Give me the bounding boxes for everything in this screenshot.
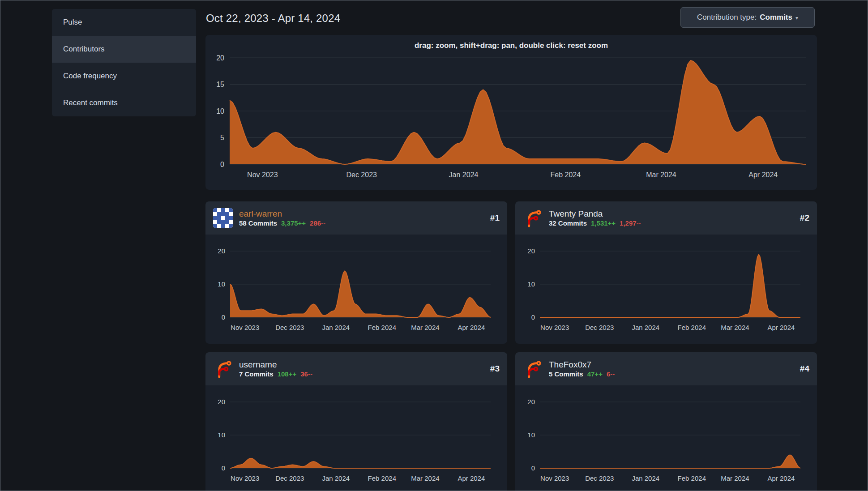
svg-text:Jan 2024: Jan 2024 — [449, 171, 479, 179]
additions-count: 108++ — [278, 371, 297, 377]
svg-text:20: 20 — [218, 398, 225, 406]
commit-count: 32 Commits — [549, 220, 587, 226]
deletions-count: 6-- — [607, 371, 615, 377]
contributor-card-header: earl-warren 58 Commits 3,375++ 286-- #1 — [205, 201, 507, 235]
contributor-card: earl-warren 58 Commits 3,375++ 286-- #1 … — [205, 201, 507, 344]
contributor-commits-chart[interactable]: 01020Nov 2023Dec 2023Jan 2024Feb 2024Mar… — [205, 385, 507, 491]
svg-text:Feb 2024: Feb 2024 — [551, 171, 581, 179]
contributor-commits-chart[interactable]: 01020Nov 2023Dec 2023Jan 2024Feb 2024Mar… — [515, 385, 817, 491]
contributor-rank: #4 — [800, 364, 809, 374]
svg-text:0: 0 — [222, 313, 225, 321]
svg-text:Jan 2024: Jan 2024 — [632, 324, 659, 331]
svg-text:Nov 2023: Nov 2023 — [540, 474, 569, 482]
svg-text:Nov 2023: Nov 2023 — [540, 324, 569, 331]
sidebar-item-recent-commits[interactable]: Recent commits — [52, 90, 196, 116]
sidebar-item-contributors[interactable]: Contributors — [52, 36, 196, 63]
svg-text:Nov 2023: Nov 2023 — [231, 474, 259, 482]
svg-text:10: 10 — [216, 107, 224, 115]
overall-commits-chart-panel: drag: zoom, shift+drag: pan, double clic… — [205, 35, 817, 190]
contributor-commits-chart[interactable]: 01020Nov 2023Dec 2023Jan 2024Feb 2024Mar… — [515, 235, 817, 344]
deletions-count: 36-- — [300, 371, 312, 377]
additions-count: 47++ — [587, 371, 603, 377]
contributor-name-link[interactable]: Twenty Panda — [549, 209, 641, 218]
chart-zoom-hint: drag: zoom, shift+drag: pan, double clic… — [205, 41, 817, 50]
overall-commits-area-chart[interactable]: 05101520Nov 2023Dec 2023Jan 2024Feb 2024… — [205, 35, 817, 190]
svg-text:Dec 2023: Dec 2023 — [585, 324, 614, 331]
contributor-name-link[interactable]: earl-warren — [239, 209, 325, 218]
svg-text:Dec 2023: Dec 2023 — [585, 474, 614, 482]
contributor-card-header: username 7 Commits 108++ 36-- #3 — [205, 352, 507, 385]
svg-text:Dec 2023: Dec 2023 — [346, 171, 377, 179]
svg-text:20: 20 — [216, 54, 224, 62]
sidebar-item-label: Recent commits — [63, 98, 118, 107]
svg-text:0: 0 — [220, 161, 224, 168]
contributor-name-link[interactable]: TheFox0x7 — [549, 360, 615, 369]
svg-text:Feb 2024: Feb 2024 — [678, 324, 706, 331]
avatar[interactable] — [213, 359, 233, 379]
sidebar-item-pulse[interactable]: Pulse — [52, 9, 196, 36]
contributor-card: TheFox0x7 5 Commits 47++ 6-- #4 01020Nov… — [515, 352, 817, 491]
svg-text:Mar 2024: Mar 2024 — [721, 324, 749, 331]
svg-text:Apr 2024: Apr 2024 — [458, 324, 485, 331]
repo-activity-contributors-page: Pulse Contributors Code frequency Recent… — [0, 0, 868, 491]
sidebar-item-label: Code frequency — [63, 72, 117, 81]
svg-text:15: 15 — [216, 81, 224, 88]
svg-text:Jan 2024: Jan 2024 — [322, 324, 350, 331]
svg-text:Apr 2024: Apr 2024 — [458, 474, 485, 482]
contributor-rank: #2 — [800, 213, 809, 223]
contributor-card: Twenty Panda 32 Commits 1,531++ 1,297-- … — [515, 201, 817, 344]
svg-text:Mar 2024: Mar 2024 — [646, 171, 676, 179]
contributor-rank: #1 — [490, 213, 500, 223]
contributor-card: username 7 Commits 108++ 36-- #3 01020No… — [205, 352, 507, 491]
svg-text:Feb 2024: Feb 2024 — [678, 474, 706, 482]
commit-count: 58 Commits — [239, 220, 277, 226]
svg-text:Apr 2024: Apr 2024 — [748, 171, 778, 179]
date-range-title: Oct 22, 2023 - Apr 14, 2024 — [206, 12, 340, 25]
contributor-card-header: TheFox0x7 5 Commits 47++ 6-- #4 — [515, 352, 817, 385]
contributor-commits-chart[interactable]: 01020Nov 2023Dec 2023Jan 2024Feb 2024Mar… — [205, 235, 507, 344]
svg-text:Nov 2023: Nov 2023 — [231, 324, 259, 331]
svg-text:10: 10 — [218, 431, 225, 439]
activity-sidebar: Pulse Contributors Code frequency Recent… — [52, 9, 196, 116]
contribution-type-value: Commits — [760, 13, 792, 22]
svg-text:5: 5 — [220, 134, 224, 141]
svg-text:Feb 2024: Feb 2024 — [368, 324, 396, 331]
svg-text:0: 0 — [531, 464, 535, 472]
svg-text:Apr 2024: Apr 2024 — [767, 474, 795, 482]
svg-text:0: 0 — [222, 464, 225, 472]
avatar[interactable] — [213, 208, 233, 228]
additions-count: 1,531++ — [591, 220, 616, 226]
contribution-type-dropdown[interactable]: Contribution type: Commits ▾ — [680, 7, 815, 28]
svg-text:10: 10 — [527, 280, 535, 288]
deletions-count: 286-- — [310, 220, 325, 226]
svg-text:Dec 2023: Dec 2023 — [275, 324, 304, 331]
contributor-stats: 7 Commits 108++ 36-- — [239, 371, 312, 377]
svg-text:Mar 2024: Mar 2024 — [721, 474, 749, 482]
svg-text:10: 10 — [527, 431, 535, 439]
svg-text:Nov 2023: Nov 2023 — [247, 171, 278, 179]
svg-text:Jan 2024: Jan 2024 — [322, 474, 350, 482]
contributor-stats: 32 Commits 1,531++ 1,297-- — [549, 220, 641, 226]
avatar[interactable] — [523, 208, 543, 228]
deletions-count: 1,297-- — [620, 220, 641, 226]
contributor-cards-grid: earl-warren 58 Commits 3,375++ 286-- #1 … — [205, 201, 817, 491]
svg-text:10: 10 — [218, 280, 225, 288]
svg-text:Apr 2024: Apr 2024 — [767, 324, 795, 331]
sidebar-item-code-frequency[interactable]: Code frequency — [52, 63, 196, 90]
svg-text:Dec 2023: Dec 2023 — [275, 474, 304, 482]
svg-text:Mar 2024: Mar 2024 — [411, 324, 439, 331]
avatar[interactable] — [523, 359, 543, 379]
commit-count: 5 Commits — [549, 371, 583, 377]
additions-count: 3,375++ — [281, 220, 306, 226]
svg-text:Mar 2024: Mar 2024 — [411, 474, 439, 482]
chevron-down-icon: ▾ — [795, 15, 798, 21]
contributor-name-link[interactable]: username — [239, 360, 312, 369]
commit-count: 7 Commits — [239, 371, 274, 377]
svg-text:Feb 2024: Feb 2024 — [368, 474, 396, 482]
svg-text:20: 20 — [218, 247, 225, 255]
sidebar-item-label: Contributors — [63, 45, 105, 54]
sidebar-item-label: Pulse — [63, 18, 82, 27]
svg-text:20: 20 — [527, 398, 535, 406]
contributor-rank: #3 — [490, 364, 500, 374]
svg-text:Jan 2024: Jan 2024 — [632, 474, 659, 482]
